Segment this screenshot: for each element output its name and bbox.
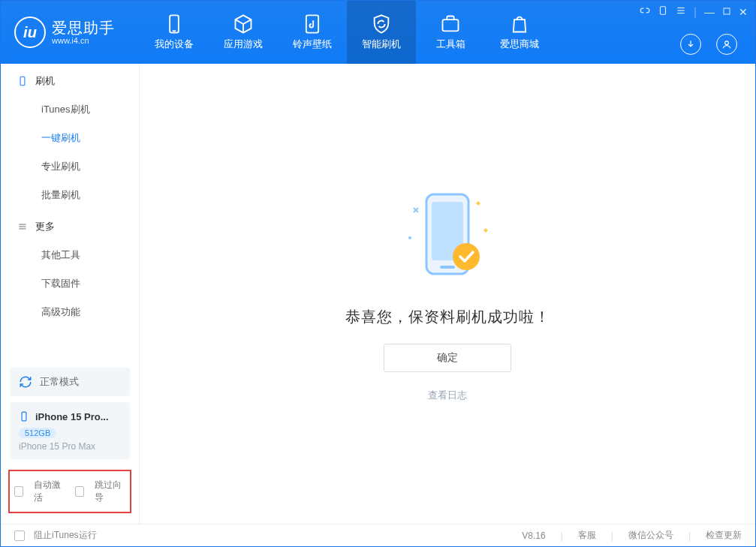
shield-refresh-icon	[371, 14, 392, 35]
svg-rect-18	[440, 266, 455, 269]
svg-rect-8	[724, 8, 730, 14]
block-itunes-checkbox[interactable]	[14, 530, 25, 541]
app-subtitle: www.i4.cn	[52, 36, 115, 45]
device-icon	[17, 76, 28, 86]
section-more-label: 更多	[35, 220, 55, 233]
check-update-link[interactable]: 检查更新	[706, 529, 742, 542]
device-mode-card[interactable]: 正常模式	[10, 368, 130, 396]
device-storage-badge: 512GB	[19, 428, 56, 438]
nav-ringtone[interactable]: 铃声壁纸	[278, 1, 347, 64]
app-header: iu 爱思助手 www.i4.cn 我的设备 应用游戏 铃声壁纸 智能刷机 工具…	[1, 1, 755, 64]
music-file-icon	[302, 14, 323, 35]
device-card[interactable]: iPhone 15 Pro... 512GB iPhone 15 Pro Max	[10, 402, 130, 459]
cube-icon	[233, 14, 254, 35]
status-bar: 阻止iTunes运行 V8.16 | 客服 | 微信公众号 | 检查更新	[1, 524, 755, 546]
svg-rect-3	[443, 20, 459, 31]
version-text: V8.16	[522, 530, 545, 541]
logo-block: iu 爱思助手 www.i4.cn	[1, 1, 140, 64]
svg-rect-14	[22, 412, 26, 421]
sidebar-item-pro[interactable]: 专业刷机	[1, 152, 139, 181]
device-mode-label: 正常模式	[40, 375, 79, 389]
nav-flash[interactable]: 智能刷机	[347, 1, 416, 64]
close-button[interactable]: ✕	[739, 6, 748, 18]
skip-guide-label: 跳过向导	[95, 479, 125, 504]
wechat-link[interactable]: 微信公众号	[628, 529, 673, 542]
svg-point-9	[725, 41, 729, 45]
nav-ringtone-label: 铃声壁纸	[293, 38, 332, 51]
section-flash: 刷机	[1, 64, 139, 95]
ok-button[interactable]: 确定	[384, 344, 511, 372]
device-name: iPhone 15 Pro...	[35, 411, 109, 422]
highlighted-option-row: 自动激活 跳过向导	[8, 470, 131, 513]
sidebar-item-firmware[interactable]: 下载固件	[1, 269, 139, 298]
nav-mydevice-label: 我的设备	[155, 38, 194, 51]
svg-rect-0	[170, 15, 179, 32]
nav-apps[interactable]: 应用游戏	[209, 1, 278, 64]
sidebar-item-oneclick[interactable]: 一键刷机	[1, 124, 139, 152]
maximize-button[interactable]	[722, 6, 731, 18]
success-phone-illustration	[395, 185, 500, 290]
auto-activate-label: 自动激活	[34, 479, 65, 504]
device-model: iPhone 15 Pro Max	[19, 441, 121, 452]
refresh-icon	[19, 375, 32, 389]
sidebar: 刷机 iTunes刷机 一键刷机 专业刷机 批量刷机 更多 其他工具 下载固件 …	[1, 64, 140, 524]
minimize-button[interactable]: —	[704, 6, 715, 18]
nav-store[interactable]: 爱思商城	[485, 1, 554, 64]
skip-guide-checkbox[interactable]	[75, 486, 84, 497]
nav-toolbox-label: 工具箱	[436, 38, 465, 51]
download-icon	[685, 39, 696, 50]
nav-toolbox[interactable]: 工具箱	[416, 1, 485, 64]
nav-store-label: 爱思商城	[500, 38, 539, 51]
menu-icon[interactable]	[676, 5, 686, 18]
svg-point-19	[453, 243, 480, 270]
account-button[interactable]	[716, 34, 737, 55]
nav-mydevice[interactable]: 我的设备	[140, 1, 209, 64]
support-link[interactable]: 客服	[578, 529, 596, 542]
svg-rect-10	[20, 77, 25, 86]
main-content: 恭喜您，保资料刷机成功啦！ 确定 查看日志	[140, 64, 755, 524]
view-log-link[interactable]: 查看日志	[428, 389, 467, 402]
sidebar-item-advanced[interactable]: 高级功能	[1, 298, 139, 326]
auto-activate-checkbox[interactable]	[14, 486, 23, 497]
nav-flash-label: 智能刷机	[362, 38, 401, 51]
phone-icon	[164, 14, 185, 35]
svg-rect-4	[661, 7, 666, 15]
window-controls: | — ✕	[640, 5, 748, 18]
bag-icon	[509, 14, 530, 35]
screenshot-icon[interactable]	[658, 5, 668, 18]
nav-apps-label: 应用游戏	[224, 38, 263, 51]
block-itunes-label: 阻止iTunes运行	[34, 529, 97, 542]
download-button[interactable]	[680, 34, 701, 55]
svg-point-15	[408, 236, 411, 239]
user-icon	[721, 39, 732, 50]
section-more: 更多	[1, 209, 139, 241]
sidebar-item-other[interactable]: 其他工具	[1, 241, 139, 269]
sidebar-item-batch[interactable]: 批量刷机	[1, 181, 139, 209]
menu-icon	[17, 221, 28, 232]
briefcase-icon	[440, 14, 461, 35]
success-title: 恭喜您，保资料刷机成功啦！	[345, 307, 550, 327]
phone-small-icon	[19, 410, 29, 423]
section-flash-label: 刷机	[35, 74, 55, 88]
link-icon[interactable]	[640, 5, 650, 18]
app-title: 爱思助手	[52, 20, 115, 36]
svg-rect-2	[306, 15, 318, 32]
logo-icon: iu	[14, 17, 46, 48]
sidebar-item-itunes[interactable]: iTunes刷机	[1, 95, 139, 124]
